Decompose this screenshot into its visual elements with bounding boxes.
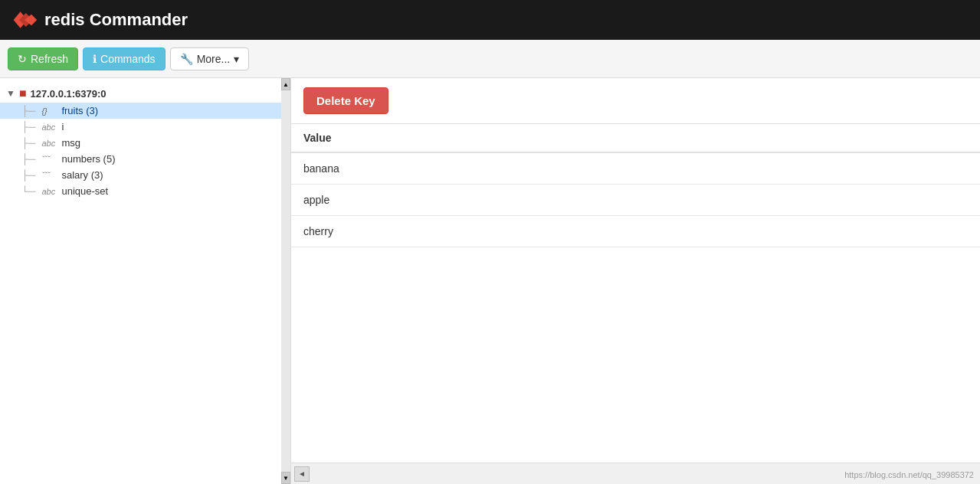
type-badge-abc-i: abc <box>41 123 58 132</box>
scrollbar-down-button[interactable]: ▼ <box>281 472 290 484</box>
sidebar: ▼ ■ 127.0.0.1:6379:0 ├─ {} fruits (3) ├─… <box>0 78 291 484</box>
tree-item-label: fruits (3) <box>61 105 98 116</box>
server-node[interactable]: ▼ ■ 127.0.0.1:6379:0 <box>0 84 290 103</box>
tree-item-label: salary (3) <box>61 169 103 181</box>
commands-label: Commands <box>100 53 156 65</box>
main-layout: ▼ ■ 127.0.0.1:6379:0 ├─ {} fruits (3) ├─… <box>0 78 980 484</box>
table-row: banana <box>291 152 980 185</box>
value-cell: apple <box>291 185 980 216</box>
server-cube-icon: ■ <box>19 87 27 100</box>
tree-item-label: i <box>61 121 64 132</box>
tree-connector-icon: ├─ <box>21 169 35 181</box>
tree-connector-icon: ├─ <box>21 153 35 165</box>
more-button[interactable]: 🔧 More... ▾ <box>170 47 250 70</box>
tree-item-label: unique-set <box>61 185 108 197</box>
server-label: 127.0.0.1:6379:0 <box>31 88 107 100</box>
type-badge-hash: {} <box>41 106 58 116</box>
scroll-left-button[interactable]: ◄ <box>294 466 310 482</box>
tree-item-msg[interactable]: ├─ abc msg <box>0 135 290 151</box>
content-table: Value bananaapplecherry <box>291 124 980 463</box>
tree-connector-icon: └─ <box>21 185 35 197</box>
redis-logo-icon <box>11 6 38 34</box>
table-header: Value <box>291 124 980 152</box>
tree-item-fruits[interactable]: ├─ {} fruits (3) <box>0 103 290 119</box>
type-badge-abc-msg: abc <box>41 139 58 148</box>
toolbar: ↻ Refresh ℹ Commands 🔧 More... ▾ <box>0 40 980 78</box>
tree-connector-icon: ├─ <box>21 121 35 132</box>
scrollbar-track <box>281 90 290 472</box>
tree-expand-icon: ▼ <box>6 88 15 99</box>
app-header: redis Commander <box>0 0 980 40</box>
tree-connector-icon: ├─ <box>21 137 35 149</box>
value-cell: cherry <box>291 216 980 247</box>
tree-item-numbers[interactable]: ├─ ˇˇˇ numbers (5) <box>0 151 290 167</box>
tree-container: ▼ ■ 127.0.0.1:6379:0 ├─ {} fruits (3) ├─… <box>0 78 290 205</box>
content-toolbar: Delete Key <box>291 78 980 124</box>
logo: redis Commander <box>11 6 188 34</box>
type-badge-zset-numbers: ˇˇˇ <box>41 155 58 164</box>
refresh-label: Refresh <box>31 53 68 65</box>
tree-item-unique-set[interactable]: └─ abc unique-set <box>0 183 290 199</box>
tree-item-salary[interactable]: ├─ ˇˇˇ salary (3) <box>0 167 290 183</box>
table-body: bananaapplecherry <box>291 152 980 247</box>
value-column-header: Value <box>291 124 980 152</box>
sidebar-scrollbar: ▲ ▼ <box>281 78 290 484</box>
tree-item-i[interactable]: ├─ abc i <box>0 119 290 135</box>
value-cell: banana <box>291 152 980 185</box>
table-row: apple <box>291 185 980 216</box>
table-row: cherry <box>291 216 980 247</box>
info-icon: ℹ <box>93 53 97 65</box>
app-title: redis Commander <box>44 10 188 30</box>
dropdown-arrow-icon: ▾ <box>234 53 239 65</box>
commands-button[interactable]: ℹ Commands <box>83 47 166 70</box>
refresh-button[interactable]: ↻ Refresh <box>8 47 78 70</box>
content-area: Delete Key Value bananaapplecherry ◄ <box>291 78 980 484</box>
delete-key-button[interactable]: Delete Key <box>303 87 388 114</box>
values-table: Value bananaapplecherry <box>291 124 980 247</box>
watermark: https://blog.csdn.net/qq_39985372 <box>844 470 974 479</box>
type-badge-abc-unique: abc <box>41 187 58 196</box>
tree-item-label: numbers (5) <box>61 153 115 165</box>
more-label: More... <box>197 53 231 65</box>
refresh-icon: ↻ <box>18 53 27 65</box>
scrollbar-up-button[interactable]: ▲ <box>281 78 290 90</box>
tree-item-label: msg <box>61 137 80 149</box>
type-badge-zset-salary: ˇˇˇ <box>41 171 58 180</box>
wrench-icon: 🔧 <box>180 53 193 65</box>
tree-connector-icon: ├─ <box>21 105 35 116</box>
